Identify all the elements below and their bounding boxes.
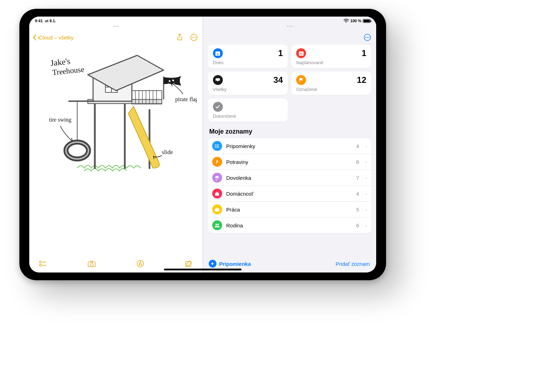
svg-point-26	[172, 80, 174, 81]
tile-dokončené[interactable]: Dokončené	[208, 98, 288, 122]
home-indicator[interactable]	[164, 269, 242, 270]
svg-point-45	[301, 53, 301, 53]
markup-button[interactable]	[136, 260, 144, 268]
reminders-header	[203, 31, 377, 42]
umbrella-icon	[212, 173, 222, 183]
add-list-button[interactable]: Pridať zoznam	[336, 261, 370, 267]
my-lists-header: Moje zoznamy	[203, 122, 377, 137]
statusbar-left: 9:41 ut 9.1.	[29, 17, 203, 25]
tile-label: Dokončené	[213, 114, 283, 119]
status-time: 9:41	[35, 19, 43, 23]
annotation-flag: pirate flag	[175, 96, 197, 103]
battery-percent: 100 %	[350, 19, 361, 23]
checklist-button[interactable]	[39, 260, 47, 268]
flag-icon	[296, 75, 306, 85]
list-name: Rodina	[226, 222, 243, 228]
statusbar-right: 100 %	[203, 17, 377, 25]
home-icon	[212, 189, 222, 198]
svg-point-46	[302, 53, 302, 53]
svg-point-48	[301, 54, 301, 54]
list-name: Dovolenka	[226, 175, 251, 181]
chevron-right-icon: ›	[366, 223, 367, 228]
svg-point-28	[39, 261, 42, 263]
treehouse-drawing: Jake's Treehouse tire swing pirate flag …	[35, 45, 197, 179]
list-item[interactable]: Dovolenka7›	[208, 170, 372, 185]
tile-count: 34	[274, 75, 283, 85]
list-item[interactable]: Pripomienky4›	[208, 138, 372, 154]
svg-point-38	[367, 37, 368, 38]
compose-icon	[185, 260, 192, 268]
tile-label: Dnes	[213, 60, 283, 65]
calendar-grid-icon	[296, 48, 306, 58]
note-canvas[interactable]: Jake's Treehouse tire swing pirate flag …	[34, 45, 198, 253]
inbox-icon	[213, 75, 223, 85]
camera-button[interactable]	[88, 260, 96, 268]
list-count: 8	[356, 159, 359, 165]
svg-point-50	[215, 144, 216, 145]
svg-point-25	[169, 80, 170, 82]
svg-point-1	[192, 37, 193, 38]
ellipsis-circle-icon	[190, 33, 198, 41]
chevron-right-icon: ›	[366, 191, 367, 196]
notes-header: iCloud – všetky	[29, 31, 203, 43]
tile-všetky[interactable]: 34Všetky	[208, 72, 288, 95]
list-count: 6	[356, 222, 359, 228]
reminders-app: 100 % 91Dnes1Naplánované34Všetky12Označe…	[203, 17, 377, 272]
svg-point-23	[66, 142, 88, 159]
svg-rect-56	[215, 208, 219, 211]
checklist-icon	[39, 260, 47, 267]
smart-lists: 91Dnes1Naplánované34Všetky12OznačenéDoko…	[203, 42, 377, 122]
more-button[interactable]	[190, 33, 198, 41]
tile-count: 12	[357, 75, 366, 85]
list-count: 7	[356, 175, 359, 181]
tile-označené[interactable]: 12Označené	[291, 72, 371, 95]
tile-label: Označené	[296, 87, 366, 92]
svg-point-52	[215, 147, 216, 148]
pencil-tip-icon	[136, 260, 144, 268]
svg-point-47	[300, 54, 301, 54]
people-icon	[212, 220, 222, 230]
screen: 9:41 ut 9.1. iCloud – všetky	[29, 17, 376, 272]
back-label: iCloud – všetky	[38, 35, 74, 41]
back-button[interactable]: iCloud – všetky	[32, 34, 74, 41]
svg-point-59	[217, 223, 219, 225]
tile-naplánované[interactable]: 1Naplánované	[291, 45, 371, 68]
chevron-left-icon	[32, 34, 37, 41]
calendar-icon: 9	[213, 48, 223, 58]
svg-point-33	[90, 263, 93, 265]
multitask-grabber-right[interactable]	[203, 26, 377, 31]
chevron-right-icon: ›	[366, 207, 367, 212]
drawing-title: Jake's	[50, 56, 71, 68]
ellipsis-circle-icon	[363, 33, 371, 41]
svg-point-39	[368, 37, 369, 38]
share-icon	[176, 33, 183, 41]
svg-point-58	[215, 223, 217, 225]
list-item[interactable]: Rodina6›	[208, 217, 372, 233]
compose-button[interactable]	[185, 260, 192, 268]
tile-label: Naplánované	[296, 60, 366, 65]
list-item[interactable]: Domácnosť4›	[208, 185, 372, 201]
reminders-more-button[interactable]	[363, 33, 371, 41]
tile-dnes[interactable]: 91Dnes	[208, 45, 288, 68]
svg-point-44	[300, 53, 301, 53]
svg-text:9: 9	[217, 53, 218, 56]
svg-rect-43	[299, 51, 304, 55]
chevron-right-icon: ›	[366, 159, 367, 165]
list-name: Potraviny	[226, 159, 249, 165]
briefcase-icon	[212, 204, 222, 214]
share-button[interactable]	[176, 33, 184, 41]
tile-count: 1	[362, 48, 366, 58]
svg-rect-57	[216, 207, 218, 208]
list-item[interactable]: Potraviny8›	[208, 154, 372, 170]
my-lists: Pripomienky4›Potraviny8›Dovolenka7›Domác…	[208, 138, 372, 233]
multitask-grabber-left[interactable]	[29, 26, 203, 31]
wifi-icon	[343, 19, 349, 23]
annotation-tire: tire swing	[49, 117, 72, 123]
list-count: 5	[356, 207, 359, 213]
tile-label: Všetky	[213, 87, 283, 92]
new-reminder-button[interactable]: + Pripomienka	[209, 260, 251, 268]
svg-point-51	[215, 146, 216, 146]
list-icon	[212, 141, 222, 151]
list-item[interactable]: Práca5›	[208, 201, 372, 217]
svg-point-29	[39, 264, 42, 267]
